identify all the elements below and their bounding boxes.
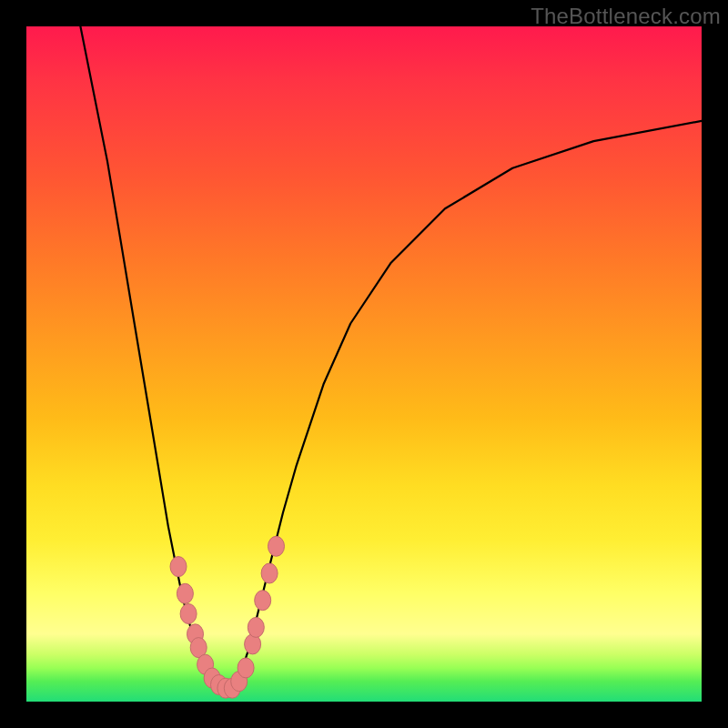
- chart-frame: TheBottleneck.com: [0, 0, 728, 728]
- watermark-text: TheBottleneck.com: [531, 4, 721, 29]
- plot-gradient-background: [26, 26, 702, 702]
